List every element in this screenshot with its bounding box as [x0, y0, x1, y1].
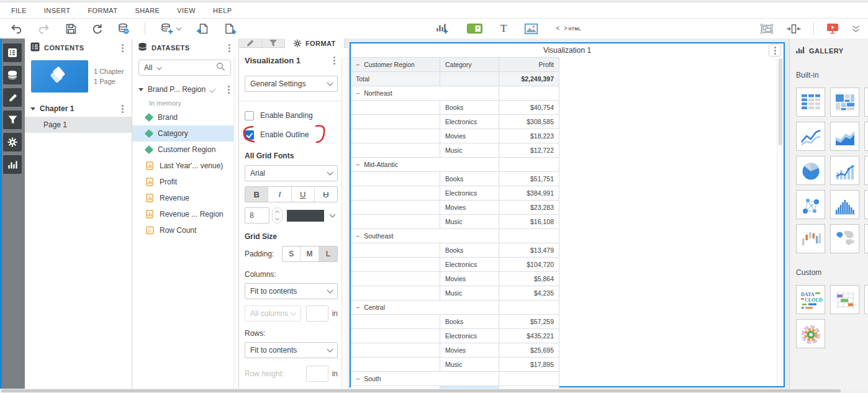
- settings-section-dropdown[interactable]: General Settings: [245, 76, 338, 92]
- menu-view[interactable]: VIEW: [177, 7, 196, 14]
- dataset-item[interactable]: Brand P... Region: [132, 82, 238, 97]
- dataset-field[interactable]: Revenue ... Region: [132, 206, 238, 222]
- datasets-scrollbar[interactable]: [233, 57, 238, 389]
- datasets-menu-icon[interactable]: [226, 42, 233, 55]
- gallery-item-combo-chart[interactable]: [830, 156, 859, 185]
- visualization-container[interactable]: Visualization 1 −Customer RegionCategory…: [350, 42, 785, 387]
- grid-cell[interactable]: [440, 72, 499, 86]
- grid-cell[interactable]: Music: [440, 358, 499, 371]
- rail-contents-icon[interactable]: [3, 43, 22, 62]
- tab-edit[interactable]: [239, 38, 262, 48]
- gallery-item-gantt[interactable]: [830, 285, 859, 314]
- grid-cell[interactable]: [351, 343, 440, 357]
- gallery-item-histogram[interactable]: [830, 190, 859, 219]
- grid-cell[interactable]: [351, 358, 440, 371]
- grid-cell[interactable]: Books: [440, 101, 499, 114]
- grid-cell[interactable]: Movies: [440, 201, 499, 214]
- collapse-icon[interactable]: −: [356, 232, 359, 240]
- grid-cell[interactable]: $435,221: [499, 329, 559, 343]
- dataset-filter-chevron-icon[interactable]: [157, 65, 162, 70]
- font-color-picker[interactable]: [287, 207, 338, 224]
- dataset-collapse-icon[interactable]: [138, 88, 143, 91]
- gallery-item-clipped[interactable]: [864, 190, 868, 219]
- gallery-item-heat-map[interactable]: [830, 88, 859, 117]
- visualization-menu-button[interactable]: [769, 44, 781, 56]
- grid-cell[interactable]: Movies: [440, 272, 499, 286]
- font-size-input[interactable]: 8: [245, 207, 269, 224]
- fit-to-window-icon[interactable]: [787, 24, 801, 34]
- horizontal-scrollbar[interactable]: [0, 389, 868, 393]
- auto-arrange-icon[interactable]: [759, 23, 774, 35]
- grid-cell[interactable]: −South: [351, 372, 499, 386]
- refresh-icon[interactable]: [92, 24, 102, 34]
- dataset-field[interactable]: Brand: [132, 109, 238, 125]
- tab-format[interactable]: FORMAT: [285, 38, 345, 48]
- grid-cell[interactable]: Music: [440, 215, 499, 228]
- grid-cell[interactable]: $25,695: [499, 343, 559, 357]
- dataset-field[interactable]: Category: [132, 125, 238, 142]
- add-filter-icon[interactable]: [467, 24, 482, 34]
- gallery-item-line-chart[interactable]: [796, 122, 825, 151]
- grid-cell[interactable]: Books: [440, 315, 499, 328]
- grid-cell[interactable]: $384,991: [499, 186, 559, 200]
- collapse-icon[interactable]: −: [356, 89, 359, 97]
- menu-format[interactable]: FORMAT: [88, 7, 117, 14]
- italic-button[interactable]: I: [268, 187, 291, 202]
- grid-cell[interactable]: $23,283: [499, 201, 559, 214]
- grid-cell[interactable]: −Southeast: [351, 229, 499, 243]
- add-data-chevron-icon[interactable]: [176, 25, 181, 30]
- gallery-item-sunburst[interactable]: [796, 319, 825, 348]
- grid-cell[interactable]: $104,720: [499, 258, 559, 271]
- rows-fit-dropdown[interactable]: Fit to contents: [245, 342, 338, 358]
- rail-datasets-icon[interactable]: [3, 66, 22, 84]
- redo-icon[interactable]: [38, 24, 50, 34]
- gallery-item-data-cloud[interactable]: DATACLOUD: [796, 285, 825, 314]
- gallery-item-clipped[interactable]: [864, 122, 868, 151]
- dataset-field[interactable]: Last Year'... venue): [132, 158, 238, 174]
- grid-cell[interactable]: Category: [440, 58, 499, 71]
- grid-cell[interactable]: [499, 372, 559, 386]
- collapse-icon[interactable]: −: [356, 375, 359, 382]
- padding-small-button[interactable]: S: [283, 246, 301, 261]
- gallery-item-box-plot[interactable]: [796, 224, 825, 253]
- grid-cell[interactable]: −Central: [351, 300, 499, 314]
- grid-cell[interactable]: [499, 229, 559, 243]
- chapter-item[interactable]: Chapter 1: [25, 101, 132, 117]
- grid-cell[interactable]: $18,223: [499, 129, 559, 143]
- dataset-status-icon[interactable]: [118, 23, 129, 34]
- enable-outline-checkbox[interactable]: [245, 130, 254, 140]
- grid-cell[interactable]: Books: [440, 243, 499, 257]
- gallery-item-clipped[interactable]: [864, 285, 868, 314]
- underline-button[interactable]: U: [292, 187, 315, 202]
- padding-medium-button[interactable]: M: [301, 246, 319, 261]
- padding-large-button[interactable]: L: [319, 246, 337, 261]
- grid-cell[interactable]: [499, 86, 559, 100]
- font-size-stepper[interactable]: [272, 207, 283, 224]
- dataset-field[interactable]: Customer Region: [132, 142, 238, 158]
- grid-cell[interactable]: Electronics: [440, 186, 499, 200]
- tab-filter[interactable]: [262, 38, 285, 48]
- dataset-field[interactable]: Revenue: [132, 190, 238, 206]
- grid-cell[interactable]: [351, 201, 440, 214]
- grid-cell[interactable]: [351, 315, 440, 328]
- grid-cell[interactable]: Electronics: [440, 115, 499, 129]
- menu-insert[interactable]: INSERT: [44, 7, 71, 14]
- grid-cell[interactable]: Electronics: [440, 329, 499, 343]
- grid-cell[interactable]: [351, 243, 440, 257]
- grid-cell[interactable]: [351, 101, 440, 114]
- grid-cell[interactable]: $4,235: [499, 286, 559, 300]
- grid-cell[interactable]: [351, 215, 440, 228]
- menu-help[interactable]: HELP: [213, 7, 232, 14]
- gallery-item-clipped[interactable]: [864, 88, 868, 117]
- dataset-menu-icon[interactable]: [225, 83, 232, 96]
- column-width-input[interactable]: [306, 305, 328, 322]
- contents-menu-icon[interactable]: [119, 42, 126, 55]
- add-text-icon[interactable]: T: [500, 22, 507, 35]
- gallery-item-pie-chart[interactable]: [796, 156, 825, 185]
- strikethrough-button[interactable]: U: [315, 187, 337, 202]
- dossier-thumbnail[interactable]: [31, 60, 88, 93]
- insert-chapter-icon[interactable]: [224, 23, 237, 35]
- add-data-icon[interactable]: [161, 23, 181, 34]
- dataset-filter-value[interactable]: All: [144, 63, 152, 72]
- grid-cell[interactable]: [351, 329, 440, 343]
